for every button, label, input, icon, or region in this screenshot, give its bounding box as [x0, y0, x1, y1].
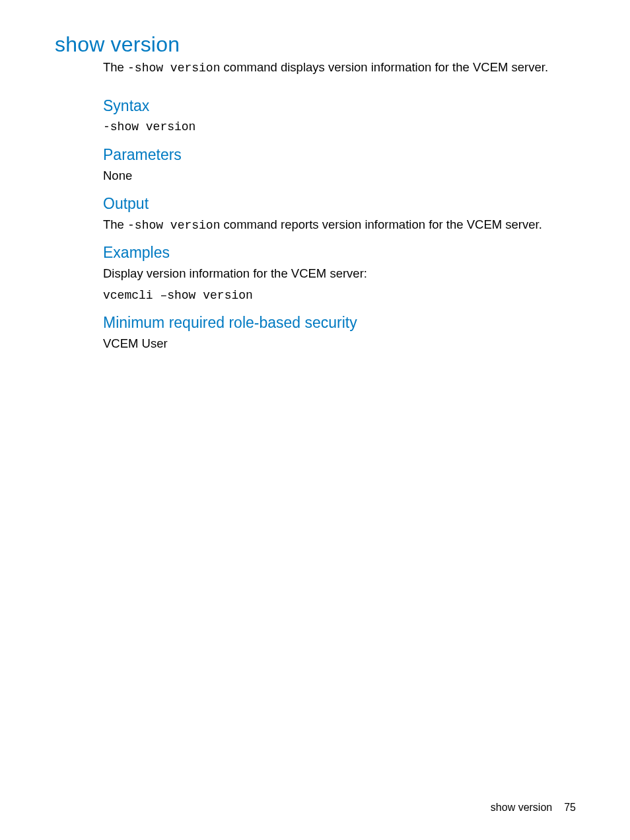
intro-pre: The	[103, 60, 127, 74]
intro-paragraph: The -show version command displays versi…	[103, 59, 578, 76]
intro-post: command displays version information for…	[220, 60, 548, 74]
parameters-text: None	[103, 168, 578, 184]
output-code: -show version	[127, 219, 220, 232]
examples-code: vcemcli –show version	[103, 287, 578, 303]
output-paragraph: The -show version command reports versio…	[103, 217, 578, 233]
security-heading: Minimum required role-based security	[103, 313, 578, 333]
footer-section: show version	[491, 802, 552, 813]
page-footer: show version75	[491, 802, 576, 814]
security-text: VCEM User	[103, 336, 578, 352]
document-page: show version The -show version command d…	[0, 0, 630, 840]
examples-heading: Examples	[103, 243, 578, 263]
page-title: show version	[55, 32, 180, 57]
syntax-heading: Syntax	[103, 96, 578, 116]
examples-text: Display version information for the VCEM…	[103, 266, 578, 282]
intro-code: -show version	[127, 61, 220, 75]
output-pre: The	[103, 217, 127, 231]
output-post: command reports version information for …	[220, 217, 542, 231]
syntax-code: -show version	[103, 119, 578, 135]
parameters-heading: Parameters	[103, 145, 578, 165]
content-column: The -show version command displays versi…	[103, 59, 578, 358]
footer-page-number: 75	[564, 802, 576, 813]
output-heading: Output	[103, 194, 578, 214]
